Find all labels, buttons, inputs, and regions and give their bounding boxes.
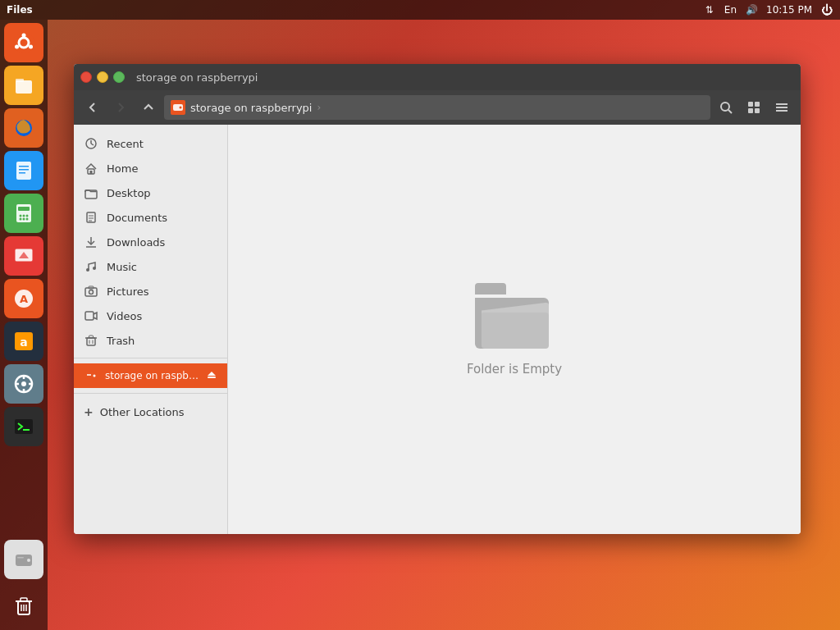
- calc-icon: [12, 202, 35, 225]
- svg-rect-59: [90, 171, 93, 174]
- toolbar-right-controls: [714, 95, 794, 120]
- search-button[interactable]: [714, 95, 738, 120]
- title-bar: storage on raspberrypi: [74, 64, 801, 90]
- dock-item-impress[interactable]: [4, 236, 43, 276]
- firefox-icon: [12, 116, 35, 139]
- terminal-icon: [12, 415, 35, 438]
- dock-item-ubuntu[interactable]: [4, 23, 43, 62]
- dock-item-trash[interactable]: [4, 586, 43, 625]
- svg-point-2: [22, 34, 26, 38]
- eject-button[interactable]: [206, 369, 217, 383]
- power-icon[interactable]: ⏻: [820, 3, 833, 16]
- system-tray: ⇅ En 🔊 10:15 PM ⏻: [703, 3, 833, 16]
- toolbar: storage on raspberrypi ›: [74, 90, 801, 125]
- window-title-bar: Files: [7, 4, 33, 16]
- maximize-button[interactable]: [113, 71, 125, 83]
- svg-point-67: [86, 268, 89, 272]
- eject-icon: [206, 369, 217, 381]
- sidebar-item-documents[interactable]: Documents: [74, 205, 227, 230]
- download-icon: [84, 235, 98, 249]
- trash-dock-icon: [12, 594, 35, 617]
- tools-icon: [12, 372, 35, 395]
- writer-icon: [12, 159, 35, 182]
- clock: 10:15 PM: [766, 4, 812, 16]
- list-view-button[interactable]: [769, 95, 794, 120]
- sidebar-item-music[interactable]: Music: [74, 254, 227, 279]
- sidebar-item-videos[interactable]: Videos: [74, 304, 227, 328]
- documents-icon: [84, 210, 98, 225]
- sidebar-item-trash[interactable]: Trash: [74, 328, 227, 353]
- clock-icon: [84, 137, 98, 150]
- forward-icon: [114, 101, 127, 114]
- trash-icon: [84, 333, 98, 348]
- location-chevron: ›: [317, 102, 321, 113]
- minimize-button[interactable]: [97, 71, 108, 83]
- location-bar[interactable]: storage on raspberrypi ›: [164, 95, 710, 120]
- note-icon: [84, 260, 98, 273]
- sidebar-item-home[interactable]: Home: [74, 156, 227, 180]
- svg-rect-82: [208, 377, 216, 378]
- videos-icon: [84, 308, 98, 323]
- sidebar-label-home: Home: [107, 162, 138, 175]
- storage-icon: [172, 102, 184, 113]
- house-icon: [84, 162, 98, 175]
- dock-item-amazon[interactable]: a: [4, 322, 43, 361]
- sidebar-divider: [74, 358, 227, 358]
- sidebar-item-desktop[interactable]: Desktop: [74, 180, 227, 205]
- sidebar-item-downloads[interactable]: Downloads: [74, 230, 227, 254]
- back-button[interactable]: [80, 95, 105, 120]
- svg-point-14: [20, 215, 22, 217]
- svg-point-17: [20, 218, 22, 221]
- empty-folder-label: Folder is Empty: [467, 362, 562, 377]
- appstore-icon: A: [12, 287, 35, 310]
- sidebar-item-other-locations[interactable]: + Other Locations: [74, 399, 227, 425]
- file-manager-window: storage on raspberrypi st: [74, 64, 801, 534]
- dock-item-tools[interactable]: [4, 364, 43, 404]
- dock-item-calc[interactable]: [4, 194, 43, 233]
- folder-icon-desktop: [84, 186, 98, 199]
- close-button[interactable]: [80, 71, 92, 83]
- dock-item-writer[interactable]: [4, 151, 43, 190]
- sidebar-label-music: Music: [107, 261, 137, 273]
- svg-point-70: [89, 290, 94, 294]
- desktop-icon: [84, 185, 98, 200]
- lang-indicator[interactable]: En: [724, 4, 737, 16]
- location-text: storage on raspberrypi: [190, 102, 312, 114]
- svg-rect-72: [85, 312, 94, 320]
- svg-rect-8: [16, 162, 31, 180]
- pictures-icon: [84, 284, 98, 299]
- sidebar: Recent Home: [74, 125, 228, 534]
- svg-text:a: a: [20, 336, 27, 349]
- empty-folder-graphic: [475, 283, 554, 349]
- svg-point-28: [21, 381, 26, 386]
- sidebar-item-recent[interactable]: Recent: [74, 131, 227, 156]
- downloads-icon: [84, 235, 98, 249]
- recent-icon: [84, 136, 98, 151]
- dock-item-appstore[interactable]: A: [4, 279, 43, 318]
- network-icon[interactable]: ⇅: [703, 3, 716, 16]
- dock-item-drive[interactable]: [4, 540, 43, 579]
- music-icon: [84, 259, 98, 274]
- list-view-icon: [774, 100, 789, 115]
- grid-view-button[interactable]: [742, 95, 766, 120]
- up-button[interactable]: [136, 95, 161, 120]
- svg-point-18: [23, 218, 25, 221]
- content-area: Recent Home: [74, 125, 801, 534]
- forward-button[interactable]: [108, 95, 133, 120]
- sidebar-divider-2: [74, 393, 227, 394]
- sidebar-item-pictures[interactable]: Pictures: [74, 279, 227, 304]
- svg-point-46: [721, 103, 729, 111]
- svg-rect-75: [89, 336, 94, 338]
- window-title: storage on raspberrypi: [136, 71, 258, 84]
- system-top-bar: Files ⇅ En 🔊 10:15 PM ⏻: [0, 0, 840, 20]
- sidebar-label-recent: Recent: [107, 138, 144, 150]
- files-icon: [12, 74, 35, 97]
- svg-point-36: [27, 559, 30, 562]
- dock-item-terminal[interactable]: [4, 407, 43, 446]
- volume-icon[interactable]: 🔊: [745, 3, 758, 16]
- sidebar-item-storage-device[interactable]: storage on raspberrypi: [74, 363, 227, 388]
- dock-item-files[interactable]: [4, 66, 43, 105]
- svg-point-45: [180, 107, 182, 109]
- svg-marker-81: [208, 372, 216, 376]
- dock-item-firefox[interactable]: [4, 108, 43, 148]
